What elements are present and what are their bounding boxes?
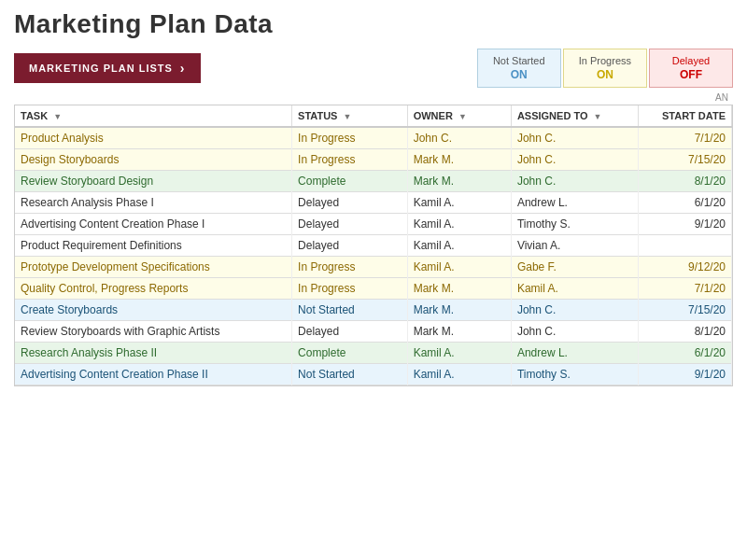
cell-task: Research Analysis Phase I [15, 192, 292, 214]
col-header-task[interactable]: TASK ▼ [15, 105, 292, 127]
cell-start: 7/15/20 [638, 300, 731, 321]
data-table: TASK ▼ STATUS ▼ OWNER ▼ ASSIGNED TO ▼ [14, 105, 733, 386]
any-label: AN [14, 92, 733, 103]
cell-assigned: Vivian A. [511, 235, 638, 257]
cell-start: 7/1/20 [638, 127, 731, 149]
cell-start: 7/1/20 [638, 278, 731, 300]
table-row: Research Analysis Phase IICompleteKamil … [15, 343, 732, 364]
cell-task: Product Analysis [15, 127, 292, 149]
toggle-delayed[interactable]: Delayed OFF [649, 49, 733, 88]
cell-start: 8/1/20 [638, 321, 731, 343]
cell-assigned: Timothy S. [511, 214, 638, 235]
cell-start: 8/1/20 [638, 171, 731, 192]
cell-owner: Mark M. [407, 149, 511, 171]
cell-status: In Progress [292, 127, 408, 149]
table-row: Create StoryboardsNot StartedMark M.John… [15, 300, 732, 321]
col-header-status[interactable]: STATUS ▼ [292, 105, 408, 127]
cell-status: In Progress [292, 257, 408, 278]
page-title: Marketing Plan Data [14, 9, 733, 39]
cell-owner: Mark M. [407, 321, 511, 343]
cell-assigned: John C. [511, 127, 638, 149]
chevron-right-icon: › [180, 61, 186, 76]
cell-task: Advertising Content Creation Phase I [15, 214, 292, 235]
table-row: Advertising Content Creation Phase IINot… [15, 364, 732, 385]
table-row: Review Storyboard DesignCompleteMark M.J… [15, 171, 732, 192]
cell-assigned: Kamil A. [511, 278, 638, 300]
cell-owner: Mark M. [407, 278, 511, 300]
table-row: Product Requirement DefinitionsDelayedKa… [15, 235, 732, 257]
cell-owner: John C. [407, 127, 511, 149]
table-row: Advertising Content Creation Phase IDela… [15, 214, 732, 235]
cell-status: Not Started [292, 300, 408, 321]
cell-owner: Kamil A. [407, 214, 511, 235]
nav-button-label: MARKETING PLAN LISTS [29, 63, 173, 74]
cell-owner: Kamil A. [407, 257, 511, 278]
cell-owner: Kamil A. [407, 235, 511, 257]
cell-start [638, 235, 731, 257]
cell-status: Delayed [292, 321, 408, 343]
cell-assigned: Andrew L. [511, 192, 638, 214]
cell-start: 9/1/20 [638, 214, 731, 235]
cell-assigned: John C. [511, 149, 638, 171]
cell-assigned: John C. [511, 321, 638, 343]
col-header-owner[interactable]: OWNER ▼ [407, 105, 511, 127]
table-row: Design StoryboardsIn ProgressMark M.John… [15, 149, 732, 171]
cell-status: Not Started [292, 364, 408, 385]
table-row: Review Storyboards with Graphic ArtistsD… [15, 321, 732, 343]
cell-task: Create Storyboards [15, 300, 292, 321]
cell-start: 7/15/20 [638, 149, 731, 171]
marketing-plan-lists-button[interactable]: MARKETING PLAN LISTS › [14, 53, 201, 83]
toggle-in-progress[interactable]: In Progress ON [563, 49, 647, 88]
cell-task: Prototype Development Specifications [15, 257, 292, 278]
cell-task: Design Storyboards [15, 149, 292, 171]
cell-status: Complete [292, 171, 408, 192]
table-row: Product AnalysisIn ProgressJohn C.John C… [15, 127, 732, 149]
cell-owner: Kamil A. [407, 192, 511, 214]
cell-status: In Progress [292, 149, 408, 171]
toggle-not-started-label: Not Started [493, 55, 545, 66]
filter-icon-status[interactable]: ▼ [344, 112, 352, 121]
cell-owner: Mark M. [407, 171, 511, 192]
toggle-not-started[interactable]: Not Started ON [477, 49, 561, 88]
cell-status: Delayed [292, 214, 408, 235]
cell-assigned: Timothy S. [511, 364, 638, 385]
cell-start: 6/1/20 [638, 192, 731, 214]
cell-task: Advertising Content Creation Phase II [15, 364, 292, 385]
table-row: Prototype Development SpecificationsIn P… [15, 257, 732, 278]
cell-start: 9/12/20 [638, 257, 731, 278]
toggle-not-started-state: ON [493, 68, 545, 81]
cell-task: Review Storyboards with Graphic Artists [15, 321, 292, 343]
cell-assigned: Gabe F. [511, 257, 638, 278]
cell-task: Review Storyboard Design [15, 171, 292, 192]
toggle-in-progress-state: ON [579, 68, 631, 81]
cell-start: 9/1/20 [638, 364, 731, 385]
cell-status: Delayed [292, 235, 408, 257]
toggle-delayed-state: OFF [665, 68, 717, 81]
cell-status: Delayed [292, 192, 408, 214]
col-header-start[interactable]: START DATE [638, 105, 731, 127]
toggle-delayed-label: Delayed [665, 55, 717, 66]
cell-assigned: John C. [511, 300, 638, 321]
filter-icon-task[interactable]: ▼ [53, 112, 62, 121]
cell-task: Quality Control, Progress Reports [15, 278, 292, 300]
cell-owner: Mark M. [407, 300, 511, 321]
cell-assigned: John C. [511, 171, 638, 192]
table-row: Quality Control, Progress ReportsIn Prog… [15, 278, 732, 300]
cell-owner: Kamil A. [407, 364, 511, 385]
cell-status: Complete [292, 343, 408, 364]
cell-status: In Progress [292, 278, 408, 300]
col-header-assigned[interactable]: ASSIGNED TO ▼ [511, 105, 638, 127]
cell-task: Product Requirement Definitions [15, 235, 292, 257]
cell-task: Research Analysis Phase II [15, 343, 292, 364]
filter-icon-owner[interactable]: ▼ [458, 112, 467, 121]
cell-assigned: Andrew L. [511, 343, 638, 364]
cell-start: 6/1/20 [638, 343, 731, 364]
toggle-in-progress-label: In Progress [579, 55, 631, 66]
filter-icon-assigned[interactable]: ▼ [594, 112, 602, 121]
cell-owner: Kamil A. [407, 343, 511, 364]
table-row: Research Analysis Phase IDelayedKamil A.… [15, 192, 732, 214]
status-toggles: Not Started ON In Progress ON Delayed OF… [477, 49, 733, 88]
